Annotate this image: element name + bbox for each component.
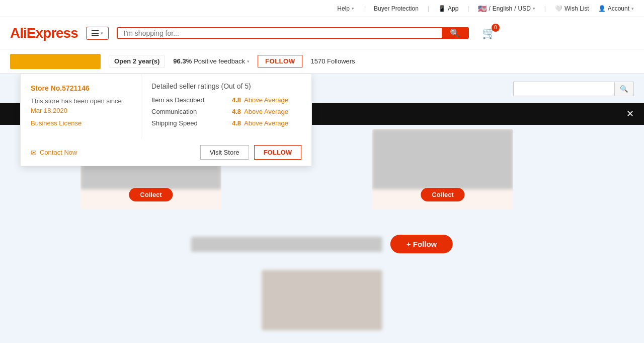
rating-text-2: Above Average	[244, 108, 288, 115]
feedback-label: Positive feedback	[194, 57, 245, 65]
banner-close-icon[interactable]: ✕	[626, 108, 634, 119]
popup-left-section: Store No.5721146 This store has been ope…	[21, 74, 141, 139]
store-name-bar	[10, 54, 101, 69]
user-icon: 👤	[598, 5, 606, 12]
store-number[interactable]: Store No.5721146	[31, 84, 131, 92]
heart-icon: 🤍	[555, 5, 562, 12]
follow-button-bar[interactable]: FOLLOW	[258, 55, 302, 67]
search-bar: 🔍	[117, 27, 469, 39]
wishlist-nav[interactable]: 🤍 Wish List	[555, 5, 589, 12]
menu-chevron-icon: ▾	[101, 31, 103, 36]
phone-icon: 📱	[438, 5, 446, 12]
rating-text-1: Above Average	[244, 96, 288, 104]
collect-button-2[interactable]: Collect	[421, 188, 464, 201]
popup-footer: ✉ Contact Now Visit Store FOLLOW	[21, 139, 311, 166]
store-since-text: This store has been open since	[31, 97, 131, 105]
rating-row-comm: Communication 4.8 Above Average	[151, 108, 301, 115]
product-image-2	[372, 129, 513, 189]
rating-text-3: Above Average	[244, 119, 288, 127]
ratings-title: Detailed seller ratings (Out of 5)	[151, 82, 301, 90]
logo[interactable]: AliExpress	[10, 25, 78, 41]
popup-card: Store No.5721146 This store has been ope…	[20, 74, 312, 166]
menu-button[interactable]: ▾	[86, 27, 109, 40]
contact-now-link[interactable]: ✉ Contact Now	[31, 149, 77, 157]
store-bar: Open 2 year(s) 96.3% Positive feedback ▾…	[0, 49, 644, 74]
rating-score-1: 4.8	[232, 96, 241, 104]
feedback-button[interactable]: 96.3% Positive feedback ▾	[173, 57, 250, 65]
help-chevron-icon: ▾	[352, 6, 354, 11]
search-button[interactable]: 🔍	[442, 28, 468, 38]
follow-section: + Follow	[191, 235, 453, 253]
big-follow-button[interactable]: + Follow	[390, 235, 453, 253]
wishlist-label: Wish List	[565, 5, 589, 12]
feedback-percentage: 96.3%	[173, 57, 192, 65]
business-license-link[interactable]: Business License	[31, 119, 131, 127]
follow-popup-button[interactable]: FOLLOW	[254, 145, 301, 160]
rating-label-1: Item as Described	[151, 96, 232, 104]
header: AliExpress ▾ 🔍 🛒 0	[0, 17, 644, 49]
rating-score-2: 4.8	[232, 108, 241, 115]
account-chevron-icon: ▾	[631, 6, 634, 11]
right-search: 🔍	[513, 82, 634, 96]
rating-label-3: Shipping Speed	[151, 119, 232, 127]
buyer-protection-label: Buyer Protection	[374, 5, 419, 12]
separator: /	[514, 5, 516, 12]
follow-blur-bar	[191, 237, 382, 252]
app-nav[interactable]: 📱 App	[438, 5, 458, 12]
open-years-label: Open 2 year(s)	[114, 57, 159, 65]
content-area: 🔍 ✕ Collect Collect Collect + Follow S	[0, 74, 644, 343]
ratings-subtitle: (Out of 5)	[221, 82, 251, 90]
language-text: English	[493, 5, 512, 12]
store-content-card	[262, 270, 382, 330]
currency-text: USD	[518, 5, 530, 12]
search-input[interactable]	[118, 28, 442, 38]
right-search-button[interactable]: 🔍	[614, 82, 633, 96]
top-nav: Help ▾ | Buyer Protection | 📱 App | 🇺🇸 /…	[0, 0, 644, 17]
language-chevron-icon: ▾	[533, 6, 535, 11]
contact-label: Contact Now	[40, 149, 77, 156]
help-nav[interactable]: Help ▾	[337, 5, 354, 12]
buyer-protection-nav[interactable]: Buyer Protection	[374, 5, 419, 12]
rating-label-2: Communication	[151, 108, 232, 115]
rating-row-item: Item as Described 4.8 Above Average	[151, 96, 301, 104]
flag-icon: 🇺🇸	[478, 5, 487, 13]
help-label: Help	[337, 5, 350, 12]
ratings-title-text: Detailed seller ratings	[151, 82, 219, 90]
hamburger-icon	[92, 30, 99, 36]
product-card-2: Collect	[372, 129, 513, 210]
feedback-chevron-icon: ▾	[247, 59, 250, 64]
cart-badge: 0	[492, 24, 500, 32]
account-label: Account	[608, 5, 629, 12]
account-nav[interactable]: 👤 Account ▾	[598, 5, 634, 12]
followers-count: 1570 Followers	[310, 57, 355, 65]
collect-button-1[interactable]: Collect	[129, 188, 173, 201]
cart-button[interactable]: 🛒 0	[482, 27, 496, 40]
rating-score-3: 4.8	[232, 119, 241, 127]
search-icon: 🔍	[450, 28, 460, 38]
language-label: /	[489, 5, 490, 12]
right-search-icon: 🔍	[620, 85, 628, 93]
store-open-badge[interactable]: Open 2 year(s)	[109, 55, 165, 67]
popup-top: Store No.5721146 This store has been ope…	[21, 74, 311, 139]
popup-right-section: Detailed seller ratings (Out of 5) Item …	[141, 74, 311, 139]
mail-icon: ✉	[31, 149, 37, 157]
visit-store-button[interactable]: Visit Store	[200, 145, 249, 160]
app-label: App	[448, 5, 458, 12]
store-since-date: Mar 18,2020	[31, 107, 131, 114]
rating-row-ship: Shipping Speed 4.8 Above Average	[151, 119, 301, 127]
language-nav[interactable]: 🇺🇸 / English / USD ▾	[478, 5, 535, 13]
right-search-input[interactable]	[514, 82, 614, 96]
